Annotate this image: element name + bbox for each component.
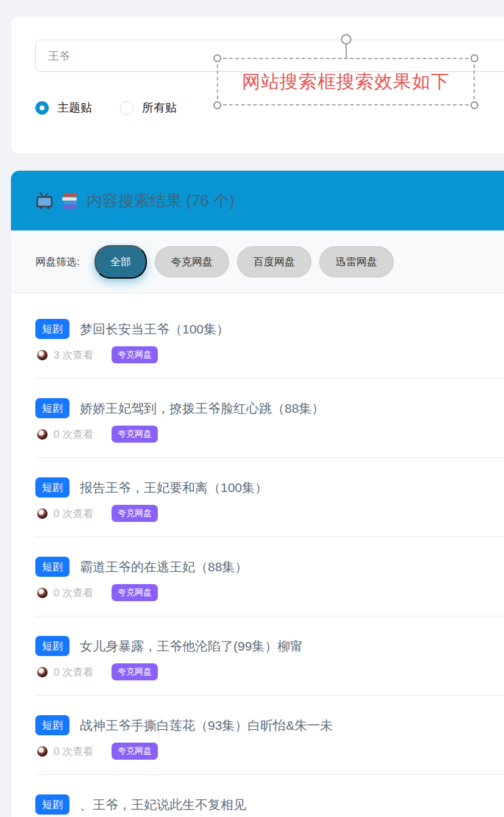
result-item: 短剧 报告王爷，王妃要和离（100集） 0 次查看 夸克网盘 <box>35 458 504 537</box>
eye-icon <box>37 350 48 360</box>
radio-option[interactable]: 所有贴 <box>120 100 177 116</box>
result-title-row[interactable]: 短剧 娇娇王妃驾到，撩拨王爷脸红心跳（88集） <box>35 398 504 418</box>
result-meta-row: 0 次查看 夸克网盘 <box>35 426 504 443</box>
result-title[interactable]: 、王爷，王妃说此生不复相见 <box>80 796 246 813</box>
type-badge: 短剧 <box>35 715 69 735</box>
radio-circle-icon[interactable] <box>35 101 49 115</box>
radio-label: 主题贴 <box>57 100 92 116</box>
result-title[interactable]: 战神王爷手撕白莲花（93集）白昕怡&朱一未 <box>80 717 333 734</box>
view-count: 0 次查看 <box>54 665 93 679</box>
eye-icon <box>37 588 48 598</box>
rotate-handle-line <box>346 45 347 58</box>
annotation-box[interactable]: 网站搜索框搜索效果如下 <box>217 58 475 105</box>
result-title-row[interactable]: 短剧 梦回长安当王爷（100集） <box>35 319 504 339</box>
filter-pill-group: 全部 夸克网盘 百度网盘 迅雷网盘 <box>94 245 394 279</box>
result-item: 短剧 战神王爷手撕白莲花（93集）白昕怡&朱一未 0 次查看 夸克网盘 <box>35 696 504 775</box>
results-list: 短剧 梦回长安当王爷（100集） 3 次查看 夸克网盘 短剧 娇娇王妃驾到，撩拨… <box>11 293 504 817</box>
type-badge: 短剧 <box>35 557 69 577</box>
radio-group: 主题贴 所有贴 <box>35 100 177 116</box>
tv-icon <box>35 192 54 209</box>
result-title[interactable]: 梦回长安当王爷（100集） <box>80 321 229 338</box>
result-item: 短剧 梦回长安当王爷（100集） 3 次查看 夸克网盘 <box>35 299 504 379</box>
view-count: 3 次查看 <box>54 348 93 362</box>
result-title-row[interactable]: 短剧 、王爷，王妃说此生不复相见 <box>35 794 504 815</box>
result-meta-row: 0 次查看 夸克网盘 <box>35 505 504 522</box>
view-count: 0 次查看 <box>54 427 93 441</box>
view-count: 0 次查看 <box>54 744 93 758</box>
resize-handle-icon[interactable] <box>470 101 478 109</box>
result-title[interactable]: 霸道王爷的在逃王妃（88集） <box>80 558 247 576</box>
books-icon <box>61 192 79 209</box>
result-title[interactable]: 报告王爷，王妃要和离（100集） <box>80 479 268 496</box>
result-title-row[interactable]: 短剧 霸道王爷的在逃王妃（88集） <box>35 557 504 577</box>
result-item: 短剧 、王爷，王妃说此生不复相见 0 次查看 夸克网盘 <box>35 775 504 817</box>
annotation-text: 网站搜索框搜索效果如下 <box>242 70 450 95</box>
type-badge: 短剧 <box>35 794 69 815</box>
view-count: 0 次查看 <box>54 586 93 600</box>
source-badge: 夸克网盘 <box>112 346 158 363</box>
result-meta-row: 0 次查看 夸克网盘 <box>35 584 504 601</box>
result-title-row[interactable]: 短剧 报告王爷，王妃要和离（100集） <box>35 477 504 498</box>
filter-pill[interactable]: 全部 <box>94 245 147 279</box>
eye-icon <box>37 667 48 677</box>
result-item: 短剧 娇娇王妃驾到，撩拨王爷脸红心跳（88集） 0 次查看 夸克网盘 <box>35 379 504 458</box>
type-badge: 短剧 <box>35 636 69 656</box>
resize-handle-icon[interactable] <box>213 54 221 62</box>
eye-icon <box>37 746 48 757</box>
filter-pill[interactable]: 百度网盘 <box>237 246 311 277</box>
result-meta-row: 0 次查看 夸克网盘 <box>35 663 504 680</box>
radio-label: 所有贴 <box>142 100 177 116</box>
result-item: 短剧 女儿身暴露，王爷他沦陷了(99集）柳甯 0 次查看 夸克网盘 <box>35 616 504 696</box>
search-input-value: 王爷 <box>48 49 70 63</box>
result-meta-row: 3 次查看 夸克网盘 <box>35 346 504 363</box>
rotate-handle-icon[interactable] <box>341 34 351 45</box>
result-item: 短剧 霸道王爷的在逃王妃（88集） 0 次查看 夸克网盘 <box>35 537 504 616</box>
type-badge: 短剧 <box>35 398 69 418</box>
result-title-row[interactable]: 短剧 女儿身暴露，王爷他沦陷了(99集）柳甯 <box>35 636 504 656</box>
annotation-overlay: 网站搜索框搜索效果如下 <box>217 58 475 105</box>
result-title[interactable]: 女儿身暴露，王爷他沦陷了(99集）柳甯 <box>80 638 303 655</box>
eye-icon <box>37 508 48 519</box>
result-title-row[interactable]: 短剧 战神王爷手撕白莲花（93集）白昕怡&朱一未 <box>35 715 504 735</box>
filter-label: 网盘筛选: <box>35 255 80 269</box>
radio-option[interactable]: 主题贴 <box>35 100 92 116</box>
type-badge: 短剧 <box>35 477 69 498</box>
type-badge: 短剧 <box>35 319 69 339</box>
source-badge: 夸克网盘 <box>112 663 158 680</box>
source-badge: 夸克网盘 <box>112 743 158 760</box>
filter-pill[interactable]: 迅雷网盘 <box>319 246 394 277</box>
results-header-title: 内容搜索结果 (76 个) <box>87 190 235 212</box>
eye-icon <box>37 429 48 440</box>
results-panel: 内容搜索结果 (76 个) 网盘筛选: 全部 夸克网盘 百度网盘 迅雷网盘 短剧… <box>11 171 504 817</box>
resize-handle-icon[interactable] <box>470 54 478 62</box>
radio-circle-icon[interactable] <box>120 101 133 115</box>
result-title[interactable]: 娇娇王妃驾到，撩拨王爷脸红心跳（88集） <box>80 400 324 417</box>
source-badge: 夸克网盘 <box>112 426 158 443</box>
source-badge: 夸克网盘 <box>112 584 158 601</box>
results-header: 内容搜索结果 (76 个) <box>11 171 504 230</box>
view-count: 0 次查看 <box>54 507 93 521</box>
resize-handle-icon[interactable] <box>213 101 221 109</box>
source-badge: 夸克网盘 <box>112 505 158 522</box>
filter-bar: 网盘筛选: 全部 夸克网盘 百度网盘 迅雷网盘 <box>11 230 504 293</box>
filter-pill[interactable]: 夸克网盘 <box>155 246 229 277</box>
result-meta-row: 0 次查看 夸克网盘 <box>35 743 504 760</box>
